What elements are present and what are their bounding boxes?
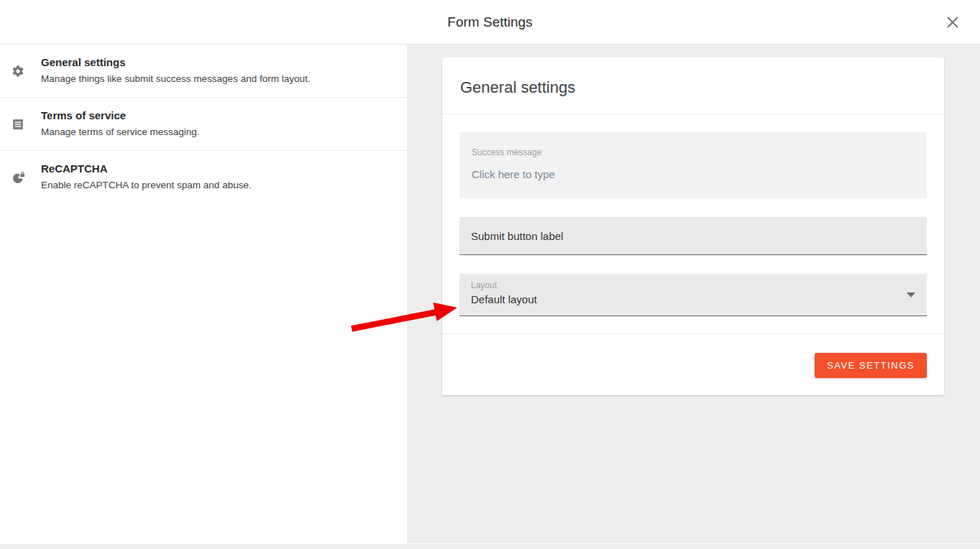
sidebar-item-title: ReCAPTCHA	[41, 162, 390, 175]
modal-title: Form Settings	[447, 14, 532, 30]
submit-button-label-field[interactable]	[459, 217, 927, 255]
sidebar-item-terms-of-service[interactable]: Terms of service Manage terms of service…	[0, 98, 407, 151]
globe-lock-icon	[12, 170, 26, 185]
success-message-input[interactable]	[472, 167, 915, 181]
sidebar-item-general-settings[interactable]: General settings Manage things like subm…	[0, 45, 407, 98]
sidebar-item-title: Terms of service	[41, 109, 390, 121]
layout-label: Layout	[471, 280, 915, 290]
sidebar-item-title: General settings	[41, 56, 390, 68]
success-message-label: Success message	[472, 147, 915, 157]
card-body: Success message Layout Default layout	[442, 114, 944, 333]
sidebar-item-recaptcha[interactable]: ReCAPTCHA Enable reCAPTCHA to prevent sp…	[0, 151, 407, 203]
general-settings-card: General settings Success message Layout …	[442, 57, 944, 395]
save-settings-button[interactable]: SAVE SETTINGS	[815, 353, 927, 378]
receipt-icon	[12, 118, 24, 131]
form-settings-modal: Form Settings General settings Manage th…	[0, 0, 980, 544]
modal-content: General settings Manage things like subm…	[0, 45, 980, 543]
submit-button-label-input[interactable]	[459, 217, 927, 254]
settings-nav: General settings Manage things like subm…	[0, 45, 407, 543]
modal-header: Form Settings	[0, 0, 980, 45]
layout-select[interactable]: Layout Default layout	[459, 274, 927, 316]
close-icon	[946, 16, 959, 29]
sidebar-item-description: Manage things like submit success messag…	[41, 73, 390, 85]
settings-main: General settings Success message Layout …	[407, 45, 980, 543]
sidebar-item-description: Enable reCAPTCHA to prevent spam and abu…	[41, 180, 390, 191]
card-footer: SAVE SETTINGS	[442, 333, 944, 395]
success-message-field[interactable]: Success message	[459, 132, 927, 198]
sidebar-item-description: Manage terms of service messaging.	[41, 126, 390, 138]
close-button[interactable]	[943, 13, 962, 32]
layout-selected-value: Default layout	[471, 292, 915, 307]
chevron-down-icon	[907, 292, 915, 297]
gear-icon	[12, 65, 24, 78]
card-header: General settings	[442, 57, 944, 114]
card-title: General settings	[460, 78, 926, 97]
